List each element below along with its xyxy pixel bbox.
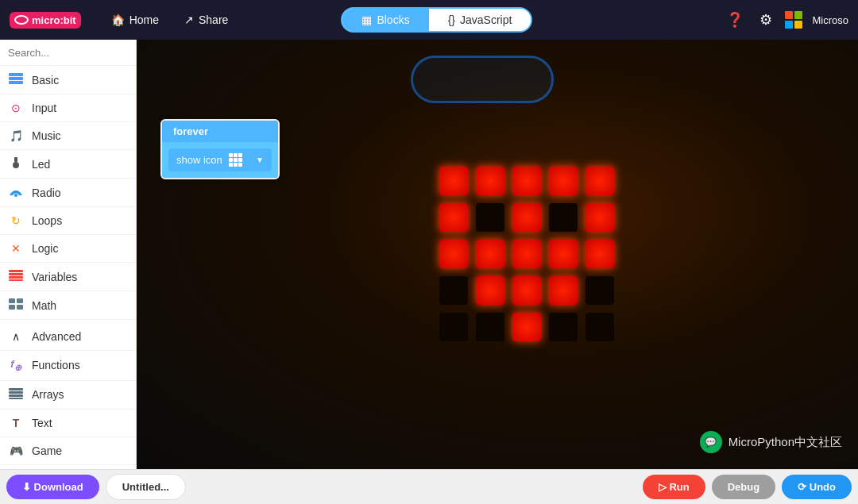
dot	[238, 158, 242, 162]
blocks-label: Blocks	[377, 13, 409, 26]
dropdown-arrow-icon[interactable]: ▼	[256, 156, 264, 164]
variables-icon	[8, 270, 24, 283]
led-2-4	[549, 203, 578, 232]
led-1-2	[476, 167, 504, 195]
svg-point-4	[13, 162, 19, 168]
share-label: Share	[199, 13, 228, 26]
run-button[interactable]: ▷ Run	[643, 475, 705, 499]
header-nav: 🏠 Home ↗ Share	[100, 9, 240, 31]
sidebar-item-variables[interactable]: Variables	[0, 263, 136, 291]
sidebar-item-input[interactable]: ⊙ Input	[0, 94, 136, 122]
svg-rect-9	[9, 279, 23, 281]
blocks-tab[interactable]: ▦ Blocks	[342, 9, 428, 31]
input-label: Input	[32, 102, 56, 114]
dot	[229, 153, 233, 157]
dot	[234, 163, 238, 167]
led-5-3	[512, 313, 541, 341]
led-4-3	[512, 276, 541, 305]
sidebar-item-basic[interactable]: Basic	[0, 66, 136, 94]
js-icon: {}	[448, 13, 455, 26]
home-button[interactable]: 🏠 Home	[100, 9, 170, 31]
led-3-5	[586, 240, 614, 268]
text-label: Text	[32, 417, 52, 429]
functions-icon: f⊕	[8, 358, 24, 373]
math-icon	[8, 298, 24, 312]
microsoft-icon	[785, 11, 802, 29]
advanced-icon: ∧	[8, 330, 24, 343]
logo-text: micro:bit	[32, 14, 76, 26]
svg-rect-0	[9, 73, 23, 76]
microsoft-label: Microso	[812, 14, 848, 26]
led-1-1	[439, 167, 468, 195]
svg-rect-14	[9, 388, 23, 391]
debug-button[interactable]: Debug	[712, 475, 775, 499]
run-label: ▷ Run	[659, 481, 690, 493]
led-4-4	[549, 276, 578, 305]
help-icon: ❓	[726, 12, 744, 28]
show-icon-label: show icon	[176, 154, 222, 166]
svg-rect-17	[9, 398, 23, 399]
led-4-1	[439, 276, 468, 305]
untitled-button[interactable]: Untitled...	[106, 474, 186, 500]
undo-label: ⟳ Undo	[798, 481, 836, 493]
svg-rect-8	[9, 276, 23, 279]
search-input[interactable]	[8, 47, 137, 59]
code-block-area: forever show icon	[160, 119, 280, 179]
led-2-2	[476, 203, 504, 232]
canvas-area: forever show icon	[137, 40, 858, 469]
sidebar-item-led[interactable]: Led	[0, 150, 136, 179]
svg-rect-1	[9, 77, 23, 80]
sidebar-item-functions[interactable]: f⊕ Functions	[0, 351, 136, 381]
forever-block[interactable]: forever show icon	[160, 119, 280, 179]
blocks-icon: ▦	[361, 13, 372, 26]
untitled-label: Untitled...	[122, 481, 169, 493]
led-4-5	[586, 276, 614, 305]
show-icon-block[interactable]: show icon	[168, 148, 272, 171]
main-content: 🔍 Basic ⊙ Input 🎵 Music Led	[0, 40, 858, 469]
js-label: JavaScript	[460, 13, 512, 26]
icon-grid-preview	[229, 153, 242, 167]
dot	[238, 153, 242, 157]
sidebar-item-math[interactable]: Math	[0, 291, 136, 320]
sidebar-item-text[interactable]: T Text	[0, 410, 136, 437]
sidebar-item-loops[interactable]: ↻ Loops	[0, 207, 136, 235]
sidebar-item-logic[interactable]: ✕ Logic	[0, 235, 136, 263]
forever-header: forever	[162, 121, 278, 142]
svg-rect-6	[9, 270, 23, 272]
undo-button[interactable]: ⟳ Undo	[782, 475, 852, 499]
basic-icon	[8, 73, 24, 87]
settings-button[interactable]: ⚙	[756, 8, 775, 32]
svg-rect-15	[9, 391, 23, 394]
svg-rect-12	[9, 305, 15, 310]
dot	[238, 163, 242, 167]
led-3-4	[549, 240, 578, 268]
sidebar-item-music[interactable]: 🎵 Music	[0, 122, 136, 150]
javascript-tab[interactable]: {} JavaScript	[429, 9, 531, 31]
game-label: Game	[32, 444, 62, 457]
music-icon: 🎵	[8, 129, 24, 142]
led-4-2	[476, 276, 504, 305]
sidebar-item-arrays[interactable]: Arrays	[0, 381, 136, 410]
led-1-3	[512, 167, 541, 195]
led-3-3	[512, 240, 541, 268]
svg-rect-10	[9, 298, 15, 303]
sidebar-item-game[interactable]: 🎮 Game	[0, 437, 136, 465]
settings-icon: ⚙	[759, 12, 772, 28]
home-label: Home	[129, 13, 159, 26]
led-2-5	[586, 203, 614, 232]
share-button[interactable]: ↗ Share	[173, 9, 239, 31]
game-icon: 🎮	[8, 444, 24, 457]
header-actions: ❓ ⚙ Microso	[723, 8, 848, 32]
logo-ellipse	[14, 15, 29, 25]
microbit-logo: micro:bit	[10, 12, 81, 29]
variables-label: Variables	[32, 271, 77, 283]
sidebar-item-radio[interactable]: Radio	[0, 179, 136, 207]
help-button[interactable]: ❓	[723, 8, 747, 32]
sidebar-item-advanced[interactable]: ∧ Advanced	[0, 323, 136, 351]
debug-label: Debug	[728, 481, 759, 493]
input-icon: ⊙	[8, 102, 24, 114]
logic-label: Logic	[32, 242, 58, 255]
led-1-5	[586, 167, 614, 195]
download-button[interactable]: ⬇ Download	[6, 475, 99, 499]
svg-rect-7	[9, 273, 23, 275]
